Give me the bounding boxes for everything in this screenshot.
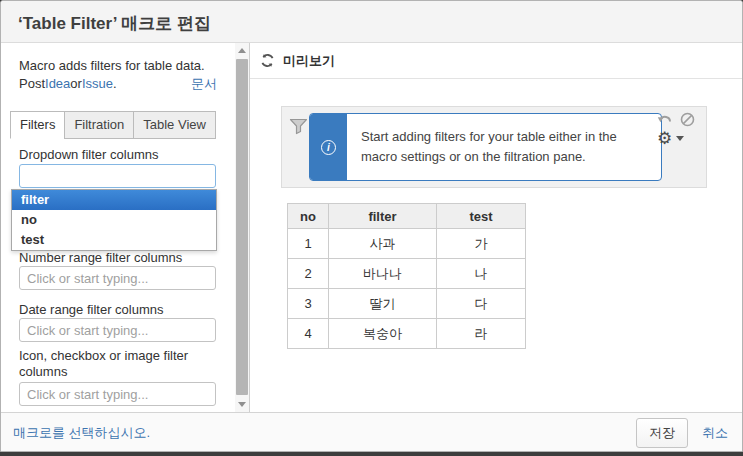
- documentation-link[interactable]: 문서: [191, 75, 217, 93]
- cell: 가: [437, 229, 526, 259]
- cell: 라: [437, 319, 526, 349]
- info-message-text: Start adding filters for your table eith…: [347, 114, 647, 180]
- table-filter-macro-dialog: ‘Table Filter’ 매크로 편집 Macro adds filters…: [0, 0, 743, 452]
- preview-title: 미리보기: [283, 52, 335, 70]
- table-row: 3 딸기 다: [288, 289, 526, 319]
- macro-settings-panel: Macro adds filters for table data. Post …: [1, 43, 235, 412]
- cell: 4: [288, 319, 329, 349]
- preview-table: no filter test 1 사과 가 2 바나나 나: [287, 203, 526, 349]
- column-header-test: test: [437, 204, 526, 229]
- dialog-footer: 매크로를 선택하십시오. 저장 취소: [1, 412, 742, 452]
- footer-buttons: 저장 취소: [636, 418, 728, 448]
- date-range-label: Date range filter columns: [19, 302, 164, 318]
- cell: 1: [288, 229, 329, 259]
- number-range-input[interactable]: [19, 266, 216, 290]
- period-text: .: [113, 75, 117, 93]
- select-macro-link[interactable]: 매크로를 선택하십시오.: [13, 424, 150, 442]
- or-text: or: [70, 75, 82, 93]
- macro-description-line1: Macro adds filters for table data.: [19, 57, 217, 75]
- cell: 나: [437, 259, 526, 289]
- dialog-titlebar: ‘Table Filter’ 매크로 편집: [1, 1, 742, 43]
- cell: 복숭아: [329, 319, 437, 349]
- info-icon: i: [321, 140, 336, 155]
- gear-icon[interactable]: ⚙: [657, 130, 672, 147]
- scrollbar-thumb[interactable]: [236, 59, 248, 395]
- cell: 다: [437, 289, 526, 319]
- date-range-input[interactable]: [19, 318, 216, 342]
- scrollbar-up-arrow[interactable]: [235, 43, 249, 58]
- issue-link[interactable]: Issue: [82, 75, 113, 93]
- triangle-up-icon: [238, 48, 246, 53]
- column-header-filter: filter: [329, 204, 437, 229]
- info-message-box: i Start adding filters for your table ei…: [309, 113, 662, 181]
- preview-header: 미리보기: [250, 43, 743, 79]
- info-strip: i: [310, 114, 347, 180]
- dropdown-option-filter[interactable]: filter: [12, 190, 216, 210]
- idea-link[interactable]: Idea: [45, 75, 70, 93]
- settings-scrollbar: [235, 43, 250, 412]
- filter-funnel-icon[interactable]: [289, 118, 308, 135]
- preview-toolbar-box: i Start adding filters for your table ei…: [281, 106, 707, 188]
- dropdown-option-no[interactable]: no: [12, 210, 216, 230]
- settings-tabs: Filters Filtration Table View: [11, 111, 216, 139]
- number-range-label: Number range filter columns: [19, 250, 182, 266]
- dropdown-filter-input[interactable]: [19, 164, 216, 188]
- table-row: 2 바나나 나: [288, 259, 526, 289]
- disable-filters-icon[interactable]: [680, 112, 695, 127]
- cell: 바나나: [329, 259, 437, 289]
- icon-filter-input[interactable]: [19, 382, 216, 406]
- screen: ‘Table Filter’ 매크로 편집 Macro adds filters…: [0, 0, 743, 456]
- refresh-icon[interactable]: [260, 53, 275, 68]
- chevron-down-icon[interactable]: [676, 136, 684, 141]
- tab-filtration[interactable]: Filtration: [64, 111, 134, 139]
- tab-filters[interactable]: Filters: [10, 111, 65, 139]
- macro-description: Macro adds filters for table data. Post …: [19, 57, 217, 93]
- cancel-button[interactable]: 취소: [702, 424, 728, 442]
- macro-description-line2: Post Idea or Issue . 문서: [19, 75, 217, 93]
- cell: 딸기: [329, 289, 437, 319]
- table-header-row: no filter test: [288, 204, 526, 229]
- cell: 2: [288, 259, 329, 289]
- cell: 사과: [329, 229, 437, 259]
- preview-controls: ⚙: [657, 112, 699, 147]
- page-background-strip: [0, 452, 743, 456]
- preview-panel: 미리보기 i Start adding filters for your tab…: [250, 43, 743, 412]
- dialog-title: ‘Table Filter’ 매크로 편집: [1, 1, 742, 35]
- triangle-down-icon: [238, 402, 246, 407]
- scrollbar-down-arrow[interactable]: [235, 397, 249, 412]
- icon-filter-label: Icon, checkbox or image filter columns: [19, 348, 204, 380]
- table-row: 4 복숭아 라: [288, 319, 526, 349]
- tab-table-view[interactable]: Table View: [133, 111, 216, 139]
- undo-icon[interactable]: [657, 112, 673, 127]
- table-row: 1 사과 가: [288, 229, 526, 259]
- column-header-no: no: [288, 204, 329, 229]
- dropdown-options-list: filter no test: [11, 189, 217, 251]
- dropdown-option-test[interactable]: test: [12, 230, 216, 250]
- post-text: Post: [19, 75, 45, 93]
- cell: 3: [288, 289, 329, 319]
- dropdown-filter-label: Dropdown filter columns: [19, 147, 158, 163]
- save-button[interactable]: 저장: [636, 418, 688, 448]
